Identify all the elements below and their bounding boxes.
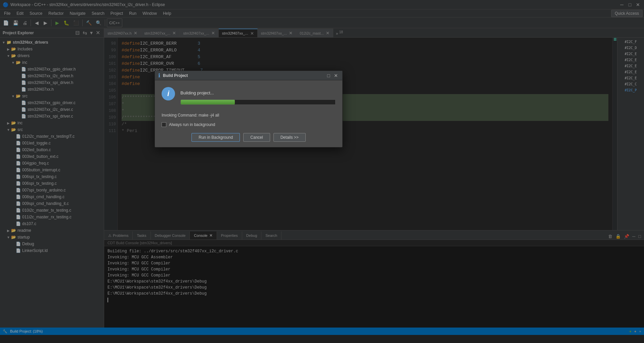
build-dialog: ℹ Build Project □ ✕ i Building project..… bbox=[155, 71, 343, 147]
dialog-title-icon: ℹ bbox=[158, 72, 160, 79]
invoking-command-text: Invoking Command: make -j4 all bbox=[162, 113, 336, 118]
cancel-button[interactable]: Cancel bbox=[243, 133, 270, 142]
always-run-bg-row: Always run in background bbox=[162, 122, 336, 127]
run-in-background-button[interactable]: Run in Background bbox=[191, 133, 240, 142]
dialog-buttons-row: Run in Background Cancel Details >> bbox=[162, 133, 336, 142]
progress-bar-fill bbox=[181, 100, 235, 104]
dialog-title-bar: ℹ Build Project □ ✕ bbox=[155, 71, 342, 80]
dialog-message: Building project... bbox=[180, 87, 336, 95]
dialog-info-icon: i bbox=[162, 87, 175, 100]
dialog-overlay: ℹ Build Project □ ✕ i Building project..… bbox=[0, 0, 644, 343]
dialog-body: i Building project... Invoking Command: … bbox=[155, 80, 342, 147]
always-bg-checkbox[interactable] bbox=[162, 122, 166, 127]
dialog-close-button[interactable]: ✕ bbox=[333, 73, 339, 78]
dialog-message-row: i Building project... bbox=[162, 87, 336, 108]
progress-bar-background bbox=[180, 99, 336, 105]
dialog-title-text: Build Project bbox=[163, 73, 326, 78]
dialog-window-controls: □ ✕ bbox=[326, 73, 339, 78]
dialog-maximize-button[interactable]: □ bbox=[326, 73, 332, 78]
details-button[interactable]: Details >> bbox=[273, 133, 306, 142]
always-bg-label: Always run in background bbox=[169, 122, 215, 127]
